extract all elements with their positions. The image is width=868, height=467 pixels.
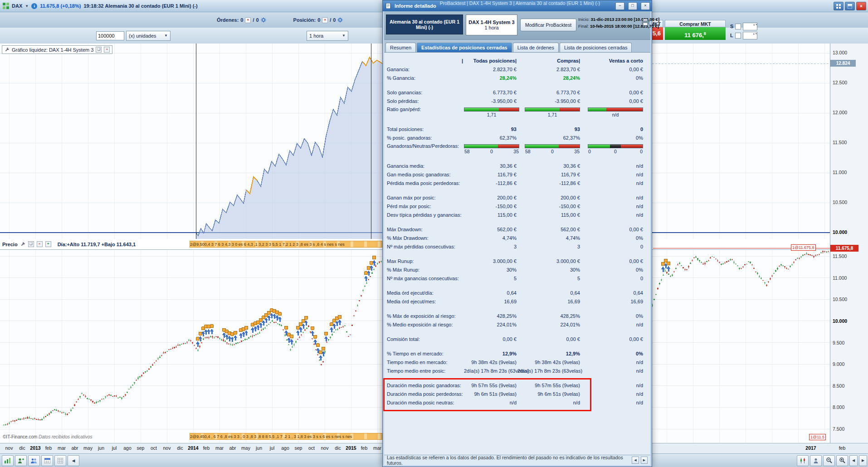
- month-label: sep: [137, 445, 145, 451]
- stat-row: % Máx Drawdown:4,74%4,74%0%: [384, 234, 643, 243]
- month-label: dic: [177, 445, 183, 451]
- back-arrow-icon[interactable]: ◀: [68, 455, 79, 466]
- chevron-down-icon: ▼: [342, 34, 346, 38]
- print-icon[interactable]: [641, 19, 649, 26]
- close-icon[interactable]: ×: [856, 2, 866, 10]
- stat-row: Ratio gan/pérd:1,711,71n/d: [384, 106, 643, 119]
- stat-row: Media órd ejecut/día:0,640,640,64: [384, 289, 643, 297]
- report-icon: [385, 3, 391, 9]
- calendar-icon[interactable]: [41, 455, 53, 466]
- tab-estadisticas[interactable]: Estadísticas de posiciones cerradas: [417, 43, 512, 52]
- wrench-icon[interactable]: [5, 47, 10, 52]
- candlestick-icon[interactable]: [797, 455, 809, 466]
- position-counter: Posición: 0 × / 0: [293, 17, 343, 23]
- equity-last-value: 12.824: [830, 60, 856, 67]
- users-icon[interactable]: [28, 455, 40, 466]
- modify-probacktest-button[interactable]: Modificar ProBacktest: [520, 19, 576, 31]
- chart-type-icon[interactable]: [2, 455, 14, 466]
- cancel-orders-icon[interactable]: ×: [245, 17, 251, 23]
- scroll-left-icon[interactable]: ◀: [849, 455, 858, 466]
- add-user-icon[interactable]: [15, 455, 27, 466]
- axis-label: 12.000: [833, 110, 847, 115]
- column-ventas: Ventas a corto: [581, 56, 644, 65]
- backtest-period: Inicio: 31-dic-2013 23:00:00 [10.000,00 …: [578, 16, 643, 29]
- tab-resumen[interactable]: Resumen: [385, 43, 416, 52]
- month-label: jul: [112, 445, 117, 451]
- scroll-right-icon[interactable]: ▶: [641, 457, 648, 464]
- stat-row: Ganancia:2.823,70 €2.823,70 €0,00 €: [384, 65, 643, 74]
- month-label: feb: [361, 445, 368, 451]
- stat-row: % Máx de exposición al riesgo:428,25%428…: [384, 312, 643, 321]
- report-footer: Las estadísticas se refieren a los datos…: [384, 455, 650, 465]
- limit-checkbox[interactable]: [735, 33, 741, 39]
- close-icon[interactable]: ×: [641, 2, 650, 10]
- chevron-down-icon[interactable]: ▼: [25, 4, 29, 8]
- buy-button[interactable]: Comprar MKT 11 676,8: [665, 20, 726, 40]
- detach-window-icon[interactable]: ❏: [96, 47, 102, 53]
- quantity-input[interactable]: [96, 31, 124, 40]
- user-icon[interactable]: [810, 455, 822, 466]
- stat-row: % Tiempo en el mercado:12,9%12,9%0%: [384, 350, 643, 358]
- buy-price: 11 676,8: [665, 27, 726, 40]
- month-label: nov: [5, 445, 13, 451]
- equity-axis: 13.00012.50012.00011.50011.00010.50010.0…: [830, 44, 868, 239]
- column-todas: Todas posiciones|: [464, 56, 517, 65]
- month-label: ago: [123, 445, 132, 451]
- zoom-out-icon[interactable]: [823, 455, 835, 466]
- wrench-icon[interactable]: [20, 242, 25, 247]
- stat-row: Ganadoras/Neutras/Perdedoras:58035580350…: [384, 142, 643, 156]
- stat-row: Solo ganancias:6.773,70 €6.773,70 €0,00 …: [384, 88, 643, 97]
- win-loss-bar: [464, 144, 519, 148]
- timeframe-select[interactable]: 1 hora▼: [307, 31, 348, 41]
- column-compras: Compras|: [517, 56, 581, 65]
- units-select[interactable]: (x) unidades▼: [126, 31, 171, 41]
- report-titlebar[interactable]: Informe detallado ProBacktest | DAX 1-4H…: [383, 0, 652, 11]
- close-position-icon[interactable]: ×: [322, 17, 328, 23]
- last-price: 11.675,8 (+0,18%): [40, 3, 81, 9]
- gear-icon[interactable]: [261, 17, 266, 23]
- month-label: mar: [373, 445, 381, 451]
- maximize-icon[interactable]: □: [628, 2, 637, 10]
- ratio-bar: [464, 107, 519, 112]
- stop-checkbox[interactable]: [735, 24, 741, 29]
- stat-row: Desv típica pérdidas y ganancias:115,00 …: [384, 211, 643, 219]
- minimize-icon[interactable]: –: [615, 2, 624, 10]
- tab-lista-posiciones[interactable]: Lista de posiciones cerradas: [560, 43, 632, 52]
- stat-row: % posic. ganadoras:62,37%62,37%0%: [384, 134, 643, 142]
- zoom-in-icon[interactable]: [836, 455, 848, 466]
- limit-label: L: [730, 33, 733, 38]
- orders-counter: Órdenes: 0 × / 0: [217, 17, 266, 23]
- detach-window-icon[interactable]: ❏: [28, 241, 34, 247]
- stat-row: % Ganancia:28,24%28,24%0%: [384, 74, 643, 83]
- scroll-left-icon[interactable]: ◀: [632, 457, 639, 464]
- stat-row: Nº máx pérdidas consecutivas:330: [384, 243, 643, 251]
- close-panel-icon[interactable]: ×: [37, 241, 43, 247]
- stat-row: Duración media posic perdedoras:9h 6m 51…: [384, 390, 643, 399]
- axis-label: 7.500: [833, 426, 844, 432]
- axis-label: 12.500: [833, 80, 847, 85]
- stat-row: % Medio exposición al riesgo:224,01%224,…: [384, 321, 643, 329]
- stats-table: | Todas posiciones| Compras| Ventas a co…: [384, 53, 650, 455]
- stop-stepper[interactable]: [743, 23, 757, 30]
- limit-stepper[interactable]: [743, 32, 757, 39]
- disclaimer-text: Las estadísticas se refieren a los datos…: [387, 455, 628, 466]
- instrument-symbol[interactable]: DAX: [12, 3, 22, 9]
- axis-label: 9.000: [833, 361, 844, 367]
- layout-icon[interactable]: [834, 2, 844, 10]
- month-label: feb: [203, 445, 210, 451]
- report-title-segments: ProBacktest | DAX 1-4H System 3 | Aleman…: [440, 0, 600, 11]
- close-panel-icon[interactable]: ×: [104, 47, 110, 53]
- info-icon[interactable]: i: [31, 3, 37, 9]
- stat-row: Media órd ejecut/mes:16,6916,6916,69: [384, 297, 643, 306]
- grid-icon[interactable]: [54, 455, 66, 466]
- window-icon[interactable]: [845, 2, 855, 10]
- price-axis: 11.50011.00010.50010.0009.5009.0008.5008…: [830, 250, 868, 443]
- month-label: abr: [229, 445, 236, 451]
- tab-lista-ordenes[interactable]: Lista de órdenes: [513, 43, 559, 52]
- axis-label: 10.000: [833, 229, 847, 235]
- gear-icon[interactable]: [337, 17, 343, 23]
- add-indicator-icon[interactable]: +: [45, 241, 51, 247]
- axis-label: 13.000: [833, 50, 847, 55]
- scroll-right-icon[interactable]: ▶: [859, 455, 867, 466]
- month-label: may: [83, 445, 93, 451]
